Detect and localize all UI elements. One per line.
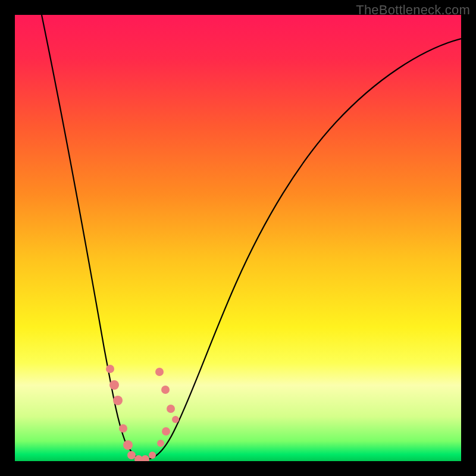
watermark-text: TheBottleneck.com [356, 2, 470, 18]
chart-frame: TheBottleneck.com [0, 0, 476, 476]
plot-area [15, 15, 461, 461]
svg-rect-0 [15, 15, 461, 461]
background-gradient [15, 15, 461, 461]
